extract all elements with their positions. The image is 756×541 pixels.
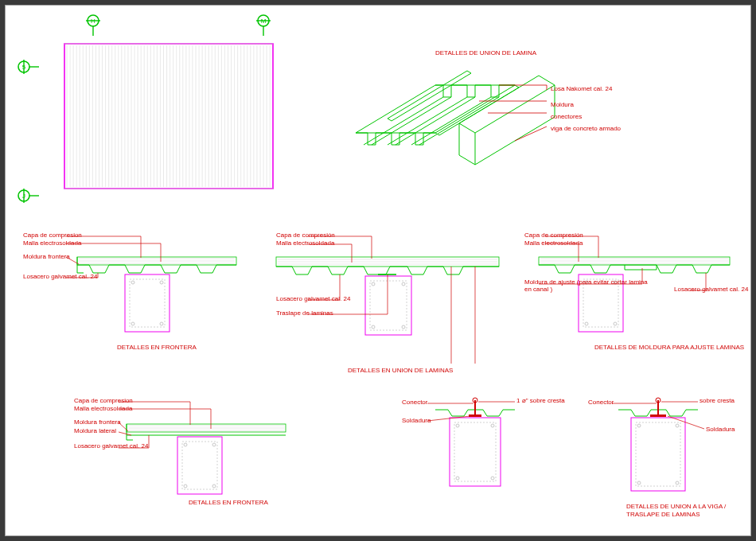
title-ajuste: DETALLES DE MOLDURA PARA AJUSTE LAMINAS xyxy=(594,344,744,351)
svg-point-170 xyxy=(491,477,494,480)
svg-line-185 xyxy=(668,416,704,429)
label-losa: Losacero galvamet cal. 24 xyxy=(23,273,97,280)
svg-point-179 xyxy=(637,424,641,427)
label-malla: Malla electrosoldada xyxy=(23,239,81,247)
svg-point-180 xyxy=(676,424,679,427)
svg-point-95 xyxy=(160,281,163,284)
iso-label-2: Moldura xyxy=(551,101,574,108)
svg-point-112 xyxy=(402,282,405,286)
marker-j-icon: J xyxy=(17,189,29,201)
svg-point-152 xyxy=(184,485,187,488)
svg-text:M: M xyxy=(261,18,267,25)
label-losa: Losacero galvamet cal. 24 xyxy=(674,286,748,293)
section-frontera-2: Capa de compresion Malla electrosoldada … xyxy=(69,395,292,523)
svg-rect-164 xyxy=(469,415,481,417)
label-losa: Losacero galvamet cal. 24 xyxy=(74,442,148,450)
title-conn2: DETALLES DE UNION A LA VIGA / TRASLAPE D… xyxy=(626,503,738,519)
label-lat: Moldura lateral xyxy=(74,427,116,434)
svg-point-169 xyxy=(456,477,459,480)
title-union: DETALLES EN UNION DE LAMINAS xyxy=(348,367,453,374)
svg-point-94 xyxy=(131,281,134,284)
svg-point-96 xyxy=(131,322,134,325)
svg-rect-93 xyxy=(130,279,165,327)
label-clip: 1 ⌀" sobre cresta xyxy=(516,397,565,404)
label-sold: Soldadura xyxy=(706,426,735,433)
label-capa: Capa de compresión xyxy=(276,232,335,239)
svg-point-167 xyxy=(456,424,459,427)
svg-line-173 xyxy=(427,416,470,421)
marker-m-icon: M xyxy=(256,14,269,26)
svg-point-168 xyxy=(491,424,494,427)
drawing-sheet: H M 5 J // generate ribs for plan view (… xyxy=(5,5,751,536)
label-capa: Capa de compresion xyxy=(23,232,82,239)
section-union: Capa de compresión Malla electrosoldada … xyxy=(260,228,515,387)
label-mold: Moldura de ajuste (para evitar cortar la… xyxy=(524,278,652,293)
svg-point-114 xyxy=(402,325,405,329)
svg-point-113 xyxy=(372,325,375,329)
label-capa: Capa de compresión xyxy=(524,232,583,239)
svg-rect-177 xyxy=(631,418,685,491)
label-mold: Moldura frontera xyxy=(74,418,121,426)
label-con: Conector xyxy=(588,399,614,406)
svg-point-150 xyxy=(184,443,187,446)
label-clip: sobre cresta xyxy=(699,397,735,404)
title-front1: DETALLES EN FRONTERA xyxy=(117,344,197,351)
label-malla: Malla electrosoldada xyxy=(276,239,334,247)
section-ajuste: Capa de compresión Malla electrosoldada … xyxy=(523,228,746,364)
svg-rect-149 xyxy=(182,442,217,489)
marker-h-icon: H xyxy=(86,14,99,26)
svg-line-87 xyxy=(515,126,547,141)
label-tras: Traslape de laminas xyxy=(276,309,333,317)
label-losa: Losacero galvamet cal. 24 xyxy=(276,295,350,302)
label-malla: Malla electrosoldada xyxy=(74,405,132,412)
svg-point-97 xyxy=(160,322,163,325)
svg-text:J: J xyxy=(22,193,25,200)
svg-line-159 xyxy=(119,432,131,435)
title-front2: DETALLES EN FRONTERA xyxy=(189,499,268,506)
marker-s-icon: 5 xyxy=(17,60,29,72)
iso-label-4: viga de concreto armado xyxy=(551,125,621,132)
label-mold: Moldura frontera xyxy=(23,253,70,260)
iso-label-1: Losa Nakomet cal. 24 xyxy=(551,85,612,92)
svg-point-134 xyxy=(614,322,617,325)
svg-rect-166 xyxy=(454,422,496,481)
label-con: Conector xyxy=(402,399,427,406)
roof-plan xyxy=(61,37,276,197)
svg-rect-110 xyxy=(370,281,407,330)
label-malla: Malla electrosoldada xyxy=(524,239,583,247)
section-connector-2: Conector sobre cresta Soldadura DETALLES… xyxy=(579,395,746,531)
label-sold: Soldadura xyxy=(402,417,431,424)
iso-label-3: conectores xyxy=(551,113,582,120)
svg-text:H: H xyxy=(91,18,95,25)
svg-point-182 xyxy=(676,481,679,485)
svg-rect-176 xyxy=(650,415,666,417)
section-frontera-1: Capa de compresion Malla electrosoldada … xyxy=(21,228,244,364)
svg-text:5: 5 xyxy=(22,64,26,71)
section-connector-1: Conector 1 ⌀" sobre cresta Soldadura xyxy=(388,395,563,523)
svg-rect-178 xyxy=(636,422,680,486)
label-capa: Capa de compresion xyxy=(74,397,133,404)
svg-point-111 xyxy=(372,282,375,286)
svg-rect-165 xyxy=(450,418,501,486)
svg-point-181 xyxy=(637,481,641,485)
svg-point-153 xyxy=(212,485,216,488)
svg-point-151 xyxy=(212,443,216,446)
svg-point-133 xyxy=(585,322,588,325)
